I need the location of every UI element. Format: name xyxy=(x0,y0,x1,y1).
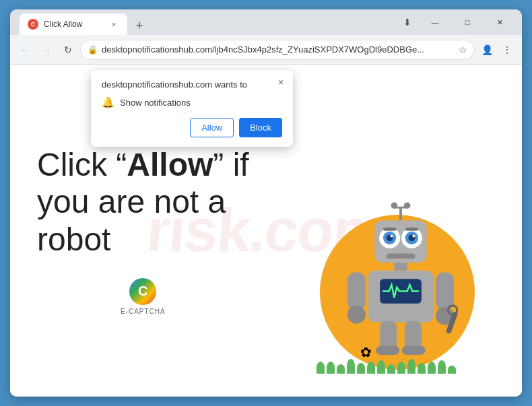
new-tab-button[interactable]: + xyxy=(130,16,149,35)
popup-title: desktopnotificationshub.com wants to xyxy=(102,79,282,90)
menu-icon: ⋮ xyxy=(502,44,512,55)
captcha-label: E-CAPTCHA xyxy=(121,308,166,315)
captcha-logo: C xyxy=(129,278,156,305)
minimize-button[interactable]: — xyxy=(420,12,451,32)
address-bar-actions: 👤 ⋮ xyxy=(477,40,517,59)
maximize-button[interactable]: □ xyxy=(452,12,483,32)
grass-blade xyxy=(387,364,395,374)
page-content: desktopnotificationshub.com wants to × 🔔… xyxy=(10,65,522,397)
profile-icon: 👤 xyxy=(481,44,493,55)
popup-notification-row: 🔔 Show notifications xyxy=(102,96,282,108)
robot-svg xyxy=(327,191,475,373)
grass-blade xyxy=(377,360,385,374)
svg-rect-13 xyxy=(383,228,396,231)
grass-blade xyxy=(337,364,345,374)
svg-rect-20 xyxy=(436,273,454,310)
svg-rect-14 xyxy=(405,228,418,231)
captcha-section: C E-CAPTCHA xyxy=(37,278,249,315)
title-bar: C Click Allow × + ⬇ — □ ✕ xyxy=(10,9,522,35)
refresh-button[interactable]: ↻ xyxy=(59,40,77,59)
svg-rect-19 xyxy=(347,273,366,310)
download-icon: ⬇ xyxy=(403,17,411,28)
headline-normal-1: Click “ xyxy=(37,147,127,182)
browser-window: C Click Allow × + ⬇ — □ ✕ ← → ↻ 🔒 deskto… xyxy=(10,9,522,397)
grass-blade xyxy=(357,363,365,374)
svg-point-2 xyxy=(391,202,398,209)
active-tab[interactable]: C Click Allow × xyxy=(20,13,127,35)
grass-blade xyxy=(327,362,335,374)
grass-blade xyxy=(347,359,355,374)
svg-point-12 xyxy=(412,235,415,238)
svg-rect-15 xyxy=(387,254,415,259)
address-bar: ← → ↻ 🔒 desktopnotificationshub.com/ljb4… xyxy=(10,35,522,65)
tab-close-button[interactable]: × xyxy=(108,19,119,30)
download-icon-btn[interactable]: ⬇ xyxy=(397,11,418,33)
grass-blade xyxy=(317,362,325,374)
bell-icon: 🔔 xyxy=(102,96,114,108)
lock-icon: 🔒 xyxy=(88,45,98,55)
close-button[interactable]: ✕ xyxy=(484,12,515,32)
grass-blade xyxy=(448,366,456,374)
grass-blade xyxy=(428,362,436,374)
grass-blade xyxy=(438,360,446,374)
bookmark-icon[interactable]: ☆ xyxy=(459,44,467,55)
grass-blade xyxy=(397,362,405,374)
url-bar[interactable]: 🔒 desktopnotificationshub.com/ljb4ncSJbx… xyxy=(80,40,475,60)
tab-favicon: C xyxy=(28,19,38,30)
tab-title: Click Allow xyxy=(44,20,103,29)
grass-row xyxy=(317,353,502,374)
page-text-section: Click “Allow” if you are not a robot C E… xyxy=(37,146,249,315)
svg-rect-16 xyxy=(394,263,407,271)
url-text: desktopnotificationshub.com/ljb4ncSJbx4p… xyxy=(102,44,455,55)
forward-button[interactable]: → xyxy=(37,40,56,59)
grass-blade xyxy=(367,362,375,374)
back-button[interactable]: ← xyxy=(15,40,34,59)
svg-point-3 xyxy=(404,202,411,209)
menu-button[interactable]: ⋮ xyxy=(498,40,517,59)
profile-button[interactable]: 👤 xyxy=(477,40,496,59)
allow-button[interactable]: Allow xyxy=(190,118,234,137)
grass-blade xyxy=(418,363,426,374)
flower-icon: ✿ xyxy=(360,344,372,360)
headline-line2: you are not a xyxy=(37,183,249,220)
popup-close-button[interactable]: × xyxy=(274,75,288,89)
headline-line1: Click “Allow” if xyxy=(37,146,249,183)
grass-blade xyxy=(407,359,415,374)
notification-popup: desktopnotificationshub.com wants to × 🔔… xyxy=(91,70,293,147)
popup-buttons: Allow Block xyxy=(102,118,282,137)
headline-normal-2: ” if xyxy=(213,147,248,182)
headline-allow: Allow xyxy=(127,147,213,182)
popup-notification-label: Show notifications xyxy=(120,98,191,108)
captcha-letter: C xyxy=(138,283,147,299)
tab-bar: C Click Allow × + xyxy=(20,9,393,35)
headline-line3: robot xyxy=(37,221,249,258)
page-headline: Click “Allow” if you are not a robot xyxy=(37,146,249,258)
svg-point-24 xyxy=(347,306,366,324)
robot-illustration: ✿ xyxy=(306,174,508,390)
block-button[interactable]: Block xyxy=(239,118,282,137)
svg-point-11 xyxy=(391,235,393,238)
title-bar-controls: ⬇ — □ ✕ xyxy=(397,11,515,33)
